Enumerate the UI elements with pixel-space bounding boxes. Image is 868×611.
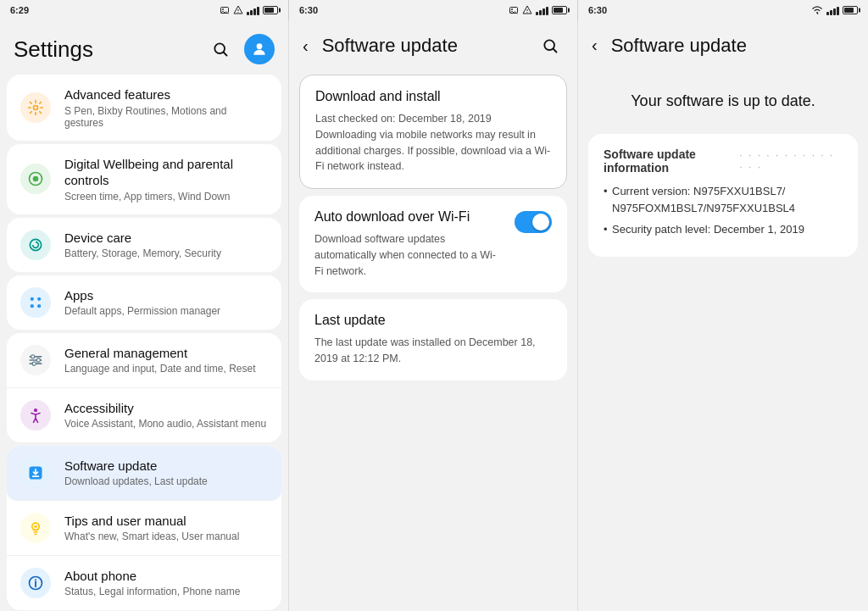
info-item-version: Current version: N975FXXU1BSL7/N975FOXM1…	[604, 183, 843, 216]
info-card-title: Software update information	[604, 147, 739, 175]
info-card-header: Software update information · · · · · · …	[604, 147, 843, 175]
last-update-card[interactable]: Last update The last update was installe…	[299, 299, 567, 380]
status-icons-right	[811, 5, 858, 15]
svg-point-23	[31, 354, 35, 358]
search-icon	[212, 41, 229, 58]
svg-point-19	[37, 304, 41, 308]
time-mid: 6:30	[299, 5, 318, 15]
advanced-features-text: Advanced features S Pen, Bixby Routines,…	[64, 86, 268, 129]
svg-point-7	[527, 12, 528, 13]
update-search-button[interactable]	[537, 32, 564, 59]
tips-icon	[20, 513, 51, 543]
search-button[interactable]	[205, 34, 236, 64]
accessibility-title: Accessibility	[64, 400, 268, 417]
sidebar-item-device-care[interactable]: Device care Battery, Storage, Memory, Se…	[7, 218, 281, 272]
svg-point-8	[816, 12, 818, 14]
accessibility-text: Accessibility Voice Assistant, Mono audi…	[64, 400, 268, 430]
info-icon	[27, 575, 44, 592]
back-button[interactable]: ‹	[296, 33, 315, 59]
sidebar-item-advanced-features[interactable]: Advanced features S Pen, Bixby Routines,…	[7, 75, 281, 141]
gear-icon	[27, 99, 44, 116]
sidebar-item-about-phone[interactable]: About phone Status, Legal information, P…	[7, 556, 281, 610]
svg-point-24	[36, 358, 40, 361]
device-care-text: Device care Battery, Storage, Memory, Se…	[64, 230, 268, 260]
apps-icon	[20, 287, 51, 318]
auto-download-toggle[interactable]	[515, 211, 552, 233]
device-care-subtitle: Battery, Storage, Memory, Security	[64, 247, 268, 259]
advanced-features-icon	[20, 92, 51, 123]
digital-wellbeing-subtitle: Screen time, App timers, Wind Down	[64, 191, 268, 203]
download-install-card[interactable]: Download and install Last checked on: De…	[299, 75, 567, 189]
settings-title: Settings	[14, 36, 93, 63]
auto-download-title: Auto download over Wi-Fi	[314, 209, 504, 225]
settings-group-1: Advanced features S Pen, Bixby Routines,…	[7, 75, 281, 141]
update-header: ‹ Software update	[289, 20, 577, 68]
svg-point-26	[34, 408, 37, 412]
status-mid: 6:30	[289, 0, 577, 20]
general-mgmt-icon	[20, 345, 51, 375]
auto-download-desc: Download software updates automatically …	[314, 231, 504, 279]
wifi-icon-right	[811, 5, 823, 15]
auto-download-row: Auto download over Wi-Fi Download softwa…	[314, 209, 552, 279]
up-to-date-message: Your software is up to date.	[578, 67, 868, 127]
tips-subtitle: What's new, Smart ideas, User manual	[64, 530, 268, 542]
update-cards: Download and install Last checked on: De…	[289, 68, 577, 387]
software-update-subtitle: Download updates, Last update	[64, 475, 268, 487]
update-panel-title: Software update	[322, 35, 530, 57]
settings-panel: Settings	[0, 20, 288, 611]
device-care-title: Device care	[64, 230, 268, 247]
svg-point-11	[257, 43, 263, 49]
general-mgmt-subtitle: Language and input, Date and time, Reset	[64, 363, 268, 375]
software-update-text: Software update Download updates, Last u…	[64, 458, 268, 488]
svg-point-30	[34, 525, 36, 527]
sidebar-item-tips[interactable]: Tips and user manual What's new, Smart i…	[7, 501, 281, 556]
settings-group-3: Device care Battery, Storage, Memory, Se…	[7, 218, 281, 272]
apps-title: Apps	[64, 287, 268, 304]
sidebar-item-apps[interactable]: Apps Default apps, Permission manager	[7, 275, 281, 330]
shield-icon	[27, 236, 44, 253]
auto-download-text: Auto download over Wi-Fi Download softwa…	[314, 209, 504, 279]
main-content: Settings	[0, 20, 868, 611]
sidebar-item-general-management[interactable]: General management Language and input, D…	[7, 333, 281, 388]
digital-wellbeing-text: Digital Wellbeing and parental controls …	[64, 156, 268, 203]
status-icons-left	[220, 5, 278, 15]
header-icons	[205, 34, 275, 64]
device-care-icon	[20, 230, 51, 260]
sidebar-item-accessibility[interactable]: Accessibility Voice Assistant, Mono audi…	[7, 388, 281, 442]
accessibility-subtitle: Voice Assistant, Mono audio, Assistant m…	[64, 418, 268, 430]
svg-point-5	[511, 8, 513, 10]
status-left: 6:29	[0, 0, 288, 20]
accessibility-icon	[20, 400, 51, 430]
status-panel-title: Software update	[611, 35, 854, 57]
sliders-icon	[27, 352, 44, 369]
download-install-text: Last checked on: December 18, 2019Downlo…	[315, 111, 551, 175]
settings-group-6: Software update Download updates, Last u…	[7, 446, 281, 610]
update-info-card: Software update information · · · · · · …	[588, 134, 858, 257]
info-dots: · · · · · · · · · · · · · ·	[739, 149, 843, 173]
about-phone-subtitle: Status, Legal information, Phone name	[64, 586, 268, 597]
image-icon-mid	[509, 5, 519, 15]
update-search-icon	[542, 37, 559, 54]
alert-icon-left	[233, 5, 243, 15]
about-phone-title: About phone	[64, 568, 268, 585]
svg-point-25	[32, 362, 36, 365]
svg-point-33	[35, 579, 36, 580]
status-back-button[interactable]: ‹	[585, 32, 604, 58]
avatar-button[interactable]	[244, 34, 275, 64]
auto-download-card[interactable]: Auto download over Wi-Fi Download softwa…	[299, 196, 567, 292]
svg-point-1	[222, 8, 224, 10]
about-icon	[20, 568, 51, 598]
sidebar-item-digital-wellbeing[interactable]: Digital Wellbeing and parental controls …	[7, 144, 281, 214]
signal-left	[247, 5, 259, 15]
apps-subtitle: Default apps, Permission manager	[64, 305, 268, 317]
digital-wellbeing-title: Digital Wellbeing and parental controls	[64, 156, 268, 189]
svg-point-18	[31, 304, 34, 308]
avatar-icon	[251, 41, 268, 58]
status-right: 6:30	[578, 0, 868, 20]
image-icon-left	[220, 5, 230, 15]
settings-group-5: General management Language and input, D…	[7, 333, 281, 442]
sidebar-item-software-update[interactable]: Software update Download updates, Last u…	[7, 446, 281, 501]
svg-point-14	[33, 176, 39, 182]
about-phone-text: About phone Status, Legal information, P…	[64, 568, 268, 598]
grid-icon	[27, 294, 44, 311]
